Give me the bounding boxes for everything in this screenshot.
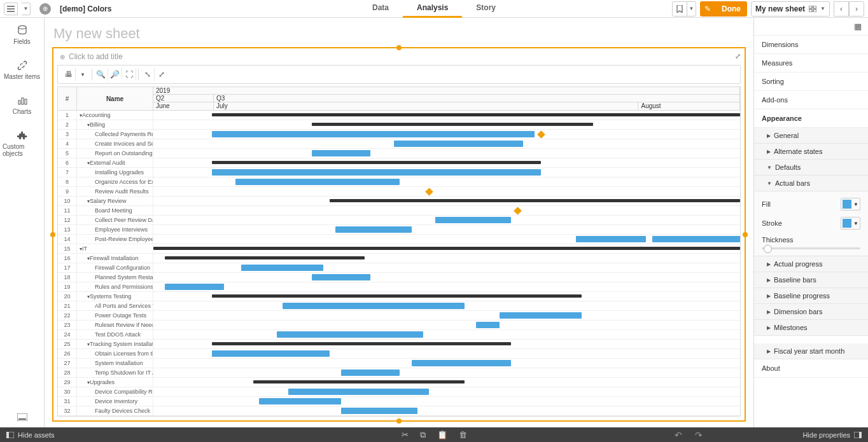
gantt-row[interactable]: 28Temp Shutdown for IT Audit: [58, 368, 740, 378]
prop-dimensions[interactable]: Dimensions: [754, 36, 868, 54]
summary-bar[interactable]: [212, 294, 582, 298]
sub-alternate-states[interactable]: ▶Alternate states: [754, 144, 868, 160]
gantt-body[interactable]: 1▾ Accounting2▾ Billing3Collected Paymen…: [58, 111, 740, 416]
edit-icon[interactable]: ✎: [700, 1, 715, 17]
task-bar[interactable]: [312, 274, 370, 280]
zoom-in-button[interactable]: 🔍: [94, 68, 108, 81]
task-bar[interactable]: [412, 360, 512, 366]
gantt-row[interactable]: 18Planned System Restart: [58, 273, 740, 282]
gantt-row[interactable]: 3Collected Payments Review: [58, 130, 740, 139]
sub-actual-progress[interactable]: ▶Actual progress: [754, 256, 868, 272]
task-bar[interactable]: [165, 284, 223, 290]
task-bar[interactable]: [341, 369, 400, 376]
gantt-row[interactable]: 13Employee Interviews: [58, 225, 740, 235]
chart-title-placeholder[interactable]: ⊕ Click to add title: [53, 48, 745, 65]
sidebar-item-master[interactable]: Master items: [0, 53, 44, 88]
sidebar-item-custom[interactable]: Custom objects: [0, 123, 44, 165]
gantt-row[interactable]: 6▾ External Audit: [58, 158, 740, 168]
bookmark-caret[interactable]: ▼: [687, 2, 696, 16]
summary-bar[interactable]: [165, 256, 364, 259]
gantt-row[interactable]: 8Organize Access for External Auditors: [58, 177, 740, 187]
gantt-row[interactable]: 4Create Invoices and Send to Clients: [58, 139, 740, 149]
gantt-row[interactable]: 1▾ Accounting: [58, 111, 740, 120]
prop-sorting[interactable]: Sorting: [754, 73, 868, 91]
milestone-icon[interactable]: [514, 207, 522, 215]
collapse-all-button[interactable]: ⤢: [155, 68, 169, 81]
task-bar[interactable]: [576, 236, 647, 242]
table-view-icon[interactable]: ▦: [854, 22, 862, 31]
bookmark-button[interactable]: [673, 2, 687, 16]
resize-handle-right[interactable]: [743, 232, 748, 237]
fit-button[interactable]: ⛶: [122, 68, 136, 81]
prop-appearance[interactable]: Appearance: [754, 109, 868, 128]
print-button[interactable]: 🖶: [62, 68, 76, 81]
prev-sheet-button[interactable]: ‹: [834, 1, 849, 17]
sub-baseline-progress[interactable]: ▶Baseline progress: [754, 288, 868, 304]
gantt-row[interactable]: 30Device Compatibility Review: [58, 387, 740, 397]
gantt-row[interactable]: 20▾ Systems Testing: [58, 292, 740, 301]
menu-button[interactable]: [4, 3, 18, 15]
gantt-row[interactable]: 11Board Meeting: [58, 206, 740, 216]
gantt-row[interactable]: 26Obtain Licenses from the Vendor: [58, 349, 740, 359]
tab-story[interactable]: Story: [462, 0, 510, 18]
task-bar[interactable]: [288, 389, 429, 395]
task-bar[interactable]: [259, 398, 341, 404]
gantt-row[interactable]: 9Review Audit Results: [58, 187, 740, 197]
menu-caret[interactable]: ▼: [22, 3, 31, 15]
task-bar[interactable]: [212, 169, 540, 176]
sidebar-footer-icon[interactable]: [0, 407, 44, 427]
prop-about[interactable]: About: [754, 359, 868, 378]
sub-general[interactable]: ▶General: [754, 128, 868, 144]
task-bar[interactable]: [212, 131, 535, 137]
sidebar-item-charts[interactable]: Charts: [0, 88, 44, 123]
sheet-title[interactable]: My new sheet: [52, 25, 746, 42]
task-bar[interactable]: [235, 179, 400, 185]
done-button[interactable]: Done: [715, 1, 747, 17]
gantt-row[interactable]: 21All Ports and Services Testing: [58, 301, 740, 311]
sub-actual-bars[interactable]: ▼Actual bars: [754, 176, 868, 191]
zoom-out-button[interactable]: 🔎: [108, 68, 122, 81]
gantt-row[interactable]: 23Ruleset Review If Needed: [58, 321, 740, 330]
task-bar[interactable]: [341, 408, 417, 414]
summary-bar[interactable]: [212, 161, 540, 164]
task-bar[interactable]: [335, 226, 412, 233]
task-bar[interactable]: [435, 217, 512, 223]
summary-bar[interactable]: [212, 113, 740, 116]
gantt-row[interactable]: 25▾ Tracking System Installation: [58, 340, 740, 349]
gantt-row[interactable]: 2▾ Billing: [58, 120, 740, 130]
sheet-dropdown[interactable]: My new sheet ▼: [751, 1, 830, 17]
undo-button[interactable]: ↶: [675, 430, 682, 440]
task-bar[interactable]: [500, 312, 582, 319]
gantt-chart[interactable]: ⊕ Click to add title ⤢ 🖶 ▼ 🔍 🔎 ⛶ ⤡ ⤢ # N…: [52, 47, 746, 422]
redo-button[interactable]: ↷: [695, 430, 703, 440]
paste-button[interactable]: 📋: [437, 430, 447, 440]
sub-defaults[interactable]: ▼Defaults: [754, 160, 868, 176]
gantt-row[interactable]: 29▾ Upgrades: [58, 378, 740, 387]
copy-button[interactable]: ⧉: [420, 430, 426, 440]
gantt-row[interactable]: 5Report on Outstanding Collections: [58, 149, 740, 158]
task-bar[interactable]: [652, 236, 740, 242]
sub-fiscal-year[interactable]: ▶Fiscal year start month: [754, 343, 868, 359]
task-bar[interactable]: [241, 265, 323, 271]
thickness-slider[interactable]: [762, 247, 860, 249]
task-bar[interactable]: [212, 350, 329, 357]
gantt-row[interactable]: 7Installing Upgrades: [58, 168, 740, 177]
gantt-row[interactable]: 15▾ IT: [58, 244, 740, 254]
prop-measures[interactable]: Measures: [754, 54, 868, 73]
summary-bar[interactable]: [253, 380, 465, 383]
cut-button[interactable]: ✂: [402, 430, 409, 440]
task-bar[interactable]: [312, 150, 370, 156]
gantt-row[interactable]: 14Post-Review Employee Interviews: [58, 235, 740, 244]
gantt-row[interactable]: 27System Installation: [58, 359, 740, 368]
stroke-color-picker[interactable]: ▼: [841, 217, 860, 230]
gantt-row[interactable]: 32Faulty Devices Check: [58, 406, 740, 416]
expand-icon[interactable]: ⤢: [735, 52, 741, 60]
gantt-row[interactable]: 17Firewall Configuration: [58, 263, 740, 273]
milestone-icon[interactable]: [425, 188, 433, 196]
next-sheet-button[interactable]: ›: [849, 1, 864, 17]
expand-all-button[interactable]: ⤡: [141, 68, 155, 81]
gantt-row[interactable]: 31Device Inventory: [58, 397, 740, 406]
hide-properties-button[interactable]: Hide properties: [802, 431, 850, 439]
summary-bar[interactable]: [312, 123, 594, 126]
summary-bar[interactable]: [212, 342, 511, 345]
